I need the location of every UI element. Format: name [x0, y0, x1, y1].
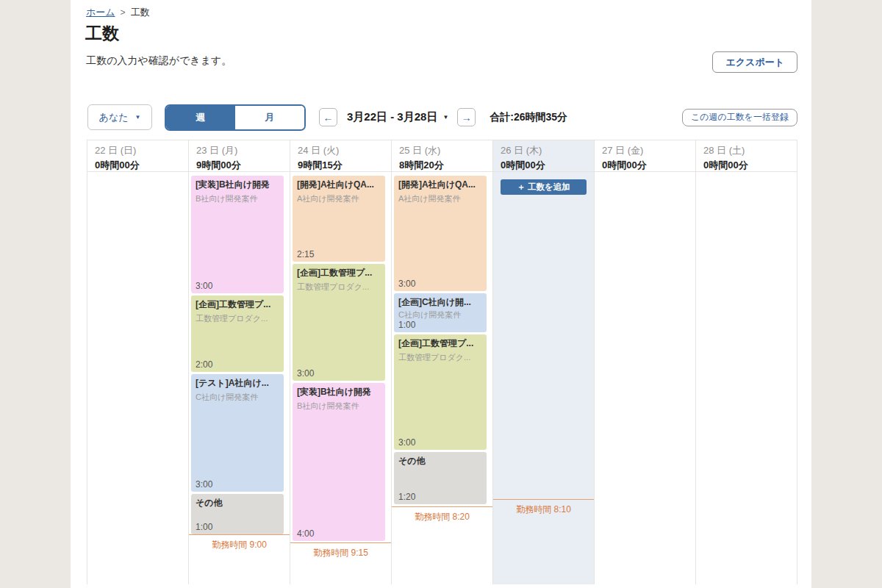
user-filter-dropdown[interactable]: あなた ▼: [87, 104, 152, 130]
page-title: 工数: [85, 22, 119, 45]
worklog-entry[interactable]: [企画]工数管理プ...工数管理プロダク...2:00: [191, 295, 284, 372]
entry-subtitle: A社向け開発案件: [297, 193, 381, 204]
day-header: 27 日 (金)0時間00分: [595, 140, 695, 172]
worklog-entry[interactable]: [企画]工数管理プ...工数管理プロダク...3:00: [394, 334, 487, 450]
worklog-entry[interactable]: [実装]B社向け開発B社向け開発案件3:00: [191, 176, 284, 293]
worklog-entry[interactable]: [企画]工数管理プ...工数管理プロダク...3:00: [293, 264, 385, 381]
day-label: 24 日 (火): [298, 144, 384, 157]
user-filter-label: あなた: [99, 111, 129, 124]
arrow-left-icon: ←: [323, 112, 334, 123]
worklog-entry[interactable]: [開発]A社向けQA...A社向け開発案件3:00: [394, 176, 487, 291]
add-worklog-button[interactable]: ＋ 工数を追加: [501, 179, 587, 195]
entry-duration: 3:00: [196, 281, 279, 291]
entry-subtitle: B社向け開発案件: [196, 193, 279, 204]
entry-duration: 1:20: [398, 492, 482, 502]
entry-subtitle: C社向け開発案件: [398, 309, 482, 320]
day-body: [87, 172, 188, 584]
worklog-entry[interactable]: その他1:20: [394, 452, 487, 504]
day-total: 0時間00分: [703, 159, 789, 172]
day-total: 0時間00分: [602, 159, 688, 172]
day-label: 25 日 (水): [399, 144, 485, 157]
day-label: 23 日 (月): [196, 144, 282, 157]
day-label: 22 日 (日): [95, 144, 181, 157]
worktime-line: [392, 506, 492, 507]
worktime-label: 勤務時間 9:15: [290, 547, 391, 559]
date-range-label: 3月22日 - 3月28日: [347, 110, 437, 124]
worktime-label: 勤務時間 9:00: [189, 539, 290, 551]
worktime-line: [493, 499, 594, 500]
day-body: [開発]A社向けQA...A社向け開発案件2:15[企画]工数管理プ...工数管…: [290, 172, 391, 584]
chevron-down-icon: ▼: [442, 114, 448, 121]
day-header: 23 日 (月)9時間00分: [189, 140, 290, 172]
entry-title: その他: [196, 497, 279, 509]
worktime-line: [290, 542, 391, 543]
day-column: 23 日 (月)9時間00分[実装]B社向け開発B社向け開発案件3:00[企画]…: [189, 140, 290, 584]
entry-subtitle: 工数管理プロダク...: [196, 313, 279, 324]
breadcrumb: ホーム > 工数: [86, 6, 150, 19]
entry-subtitle: B社向け開発案件: [297, 401, 381, 412]
entry-title: [企画]工数管理プ...: [196, 298, 279, 311]
day-column: 25 日 (水)8時間20分[開発]A社向けQA...A社向け開発案件3:00[…: [392, 140, 493, 584]
day-label: 26 日 (木): [501, 144, 587, 157]
prev-week-button[interactable]: ←: [319, 108, 337, 126]
date-range-selector[interactable]: 3月22日 - 3月28日 ▼: [347, 110, 448, 124]
worklog-entry[interactable]: [企画]C社向け開...C社向け開発案件1:00: [394, 293, 487, 332]
entry-duration: 2:15: [297, 249, 381, 259]
entry-duration: 3:00: [398, 279, 482, 289]
day-column: 26 日 (木)0時間00分＋ 工数を追加勤務時間 8:10: [493, 140, 595, 584]
worklog-entry[interactable]: [実装]B社向け開発B社向け開発案件4:00: [293, 383, 385, 541]
worklog-entry[interactable]: [開発]A社向けQA...A社向け開発案件2:15: [293, 176, 385, 262]
bulk-register-button[interactable]: この週の工数を一括登録: [682, 109, 797, 126]
toolbar: あなた ▼ 週 月 ← 3月22日 - 3月28日 ▼ → 合計:26時間35分…: [87, 104, 797, 131]
entry-subtitle: C社向け開発案件: [196, 392, 279, 403]
day-column: 22 日 (日)0時間00分: [87, 140, 189, 584]
day-body: [696, 172, 797, 584]
breadcrumb-home-link[interactable]: ホーム: [86, 6, 115, 19]
arrow-right-icon: →: [462, 112, 472, 123]
entry-duration: 1:00: [196, 522, 279, 532]
next-week-button[interactable]: →: [457, 108, 476, 126]
entry-duration: 3:00: [196, 479, 279, 490]
entry-title: [開発]A社向けQA...: [398, 179, 482, 191]
day-header: 26 日 (木)0時間00分: [493, 140, 594, 172]
tab-week[interactable]: 週: [166, 106, 235, 129]
day-label: 27 日 (金): [602, 144, 688, 157]
week-calendar: 22 日 (日)0時間00分23 日 (月)9時間00分[実装]B社向け開発B社…: [87, 140, 797, 584]
entry-duration: 2:00: [196, 359, 279, 370]
day-header: 25 日 (水)8時間20分: [392, 140, 492, 172]
day-total: 9時間00分: [196, 159, 282, 172]
day-header: 28 日 (土)0時間00分: [696, 140, 797, 172]
day-total: 0時間00分: [95, 159, 181, 172]
day-column: 28 日 (土)0時間00分: [696, 140, 797, 584]
worktime-label: 勤務時間 8:20: [392, 511, 492, 523]
export-button[interactable]: エクスポート: [712, 51, 797, 73]
entry-subtitle: A社向け開発案件: [398, 193, 482, 204]
day-total: 9時間15分: [298, 159, 384, 172]
tab-month[interactable]: 月: [235, 106, 304, 129]
entry-title: [企画]工数管理プ...: [398, 337, 482, 350]
main-content: ホーム > 工数 工数 工数の入力や確認ができます。 エクスポート あなた ▼ …: [71, 0, 811, 588]
worktime-line: [189, 534, 290, 535]
chevron-down-icon: ▼: [135, 114, 141, 121]
worklog-entry[interactable]: [テスト]A社向け...C社向け開発案件3:00: [191, 374, 284, 492]
day-column: 24 日 (火)9時間15分[開発]A社向けQA...A社向け開発案件2:15[…: [290, 140, 392, 584]
entry-title: [開発]A社向けQA...: [297, 179, 381, 191]
day-body: [595, 172, 695, 584]
worklog-entry[interactable]: その他1:00: [191, 494, 284, 534]
day-body: ＋ 工数を追加勤務時間 8:10: [493, 172, 594, 584]
day-header: 22 日 (日)0時間00分: [87, 140, 188, 172]
day-total: 0時間00分: [501, 159, 587, 172]
day-label: 28 日 (土): [703, 144, 789, 157]
entry-duration: 1:00: [398, 320, 482, 330]
view-toggle: 週 月: [165, 104, 306, 131]
entry-title: [テスト]A社向け...: [196, 377, 279, 390]
day-body: [実装]B社向け開発B社向け開発案件3:00[企画]工数管理プ...工数管理プロ…: [189, 172, 290, 584]
entry-title: [実装]B社向け開発: [297, 386, 381, 398]
entry-title: [企画]C社向け開...: [398, 296, 482, 307]
breadcrumb-current: 工数: [131, 6, 150, 19]
breadcrumb-separator: >: [121, 7, 126, 18]
entry-duration: 3:00: [398, 437, 482, 448]
entry-title: [実装]B社向け開発: [196, 179, 279, 191]
page-description: 工数の入力や確認ができます。: [86, 54, 232, 68]
entry-duration: 4:00: [297, 528, 381, 539]
